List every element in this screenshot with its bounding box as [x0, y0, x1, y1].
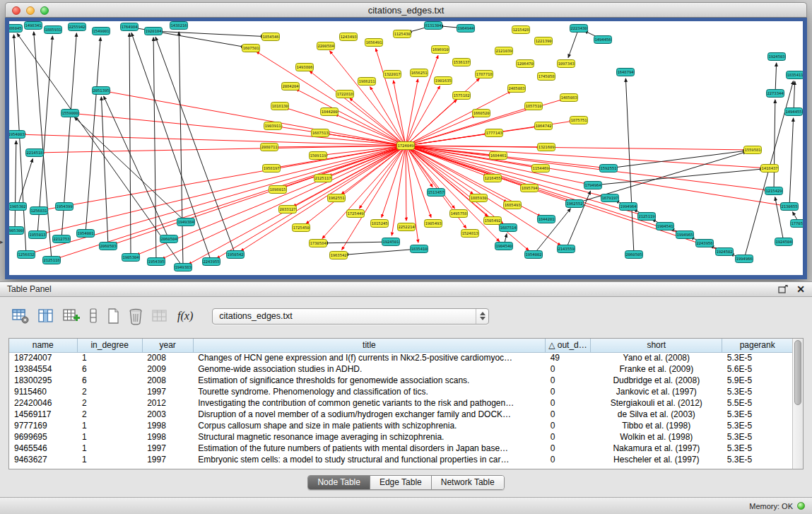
graph-node[interactable]: 2243956 — [696, 240, 714, 247]
graph-node[interactable]: 1885931 — [45, 26, 62, 34]
zoom-window-button[interactable] — [40, 6, 49, 15]
graph-node[interactable]: 2060505 — [625, 251, 643, 259]
graph-edge[interactable] — [179, 32, 183, 267]
graph-node[interactable]: 2033127 — [279, 206, 297, 214]
graph-node[interactable]: 2143559 — [558, 245, 575, 253]
table-cell[interactable]: 9463627 — [9, 454, 77, 465]
graph-node[interactable]: 1924503 — [768, 53, 786, 61]
column-header-0[interactable]: name — [9, 339, 77, 352]
graph-edge[interactable] — [44, 146, 406, 233]
graph-edge[interactable] — [406, 146, 640, 214]
table-cell[interactable]: Yano et al. (2008) — [591, 352, 722, 363]
graph-node[interactable]: 1844200 — [321, 108, 339, 116]
float-panel-icon[interactable] — [778, 285, 788, 293]
graph-node[interactable]: 1924504 — [775, 238, 793, 246]
graph-node[interactable]: 1994964 — [620, 203, 637, 211]
graph-edge[interactable] — [114, 146, 406, 244]
graph-node[interactable]: 1656491 — [365, 39, 383, 47]
table-cell[interactable]: Structural magnetic resonance image aver… — [193, 431, 545, 443]
table-cell[interactable]: 0 — [546, 409, 591, 420]
graph-node[interactable]: 1954399 — [56, 203, 73, 211]
import-table-button[interactable] — [106, 306, 120, 326]
function-builder-button[interactable]: f(x) — [176, 306, 194, 326]
graph-node[interactable]: 1256831 — [30, 207, 48, 215]
graph-edge[interactable] — [406, 146, 406, 221]
table-cell[interactable]: 1997 — [142, 386, 193, 397]
close-panel-icon[interactable]: ✕ — [796, 284, 805, 294]
table-row[interactable]: 946362711997Embryonic stem cells: a mode… — [9, 454, 792, 465]
table-cell[interactable]: Franke et al. (2009) — [591, 363, 722, 375]
row-options-button[interactable] — [88, 306, 98, 326]
graph-node[interactable]: 1575182 — [453, 92, 471, 100]
graph-node[interactable]: 1954002 — [525, 251, 543, 259]
table-row[interactable]: 1938455462009Genome-wide association stu… — [9, 363, 792, 375]
table-disabled-button[interactable] — [151, 306, 168, 326]
graph-node[interactable]: 1954395 — [148, 258, 165, 266]
table-cell[interactable]: Estimation of significance thresholds fo… — [193, 375, 545, 386]
table-cell[interactable]: Tibbo et al. (1998) — [591, 420, 722, 431]
table-cell[interactable]: 2012 — [142, 397, 193, 409]
graph-node[interactable]: 1815245 — [371, 220, 389, 228]
table-cell[interactable]: Corpus callosum shape and size in male p… — [193, 420, 545, 431]
graph-node[interactable]: 2084204 — [282, 83, 300, 90]
graph-node[interactable]: 1125430 — [394, 30, 411, 38]
table-cell[interactable]: 9777169 — [9, 420, 77, 431]
graph-node[interactable]: 2273344 — [767, 90, 784, 98]
graph-edge[interactable] — [155, 37, 235, 255]
graph-edge[interactable] — [86, 37, 100, 233]
table-cell[interactable]: 18724007 — [9, 352, 77, 363]
graph-node[interactable]: 1955013 — [29, 231, 47, 239]
graph-node[interactable]: 2125117 — [314, 175, 332, 182]
network-graph[interactable]: 1724049157518216605201777143168446112164… — [9, 21, 803, 275]
table-cell[interactable]: Embryonic stem cells: a model to study s… — [193, 454, 545, 465]
graph-node[interactable]: 1818130 — [271, 103, 289, 110]
graph-node[interactable]: 1794964 — [584, 182, 602, 189]
tab-network-table[interactable]: Network Table — [432, 476, 504, 489]
table-cell[interactable]: 1997 — [142, 454, 193, 465]
graph-node[interactable]: 1064742 — [535, 122, 553, 130]
network-canvas[interactable]: 1724049157518216605201777143168446112164… — [5, 18, 807, 279]
table-cell[interactable]: Estimation of the future numbers of pati… — [193, 443, 545, 454]
table-cell[interactable]: 14569117 — [9, 409, 77, 420]
graph-node[interactable]: 1696910 — [432, 46, 449, 54]
graph-edge[interactable] — [324, 242, 391, 243]
graph-node[interactable]: 1857510 — [525, 103, 543, 110]
graph-node[interactable]: 1509119 — [310, 152, 327, 160]
graph-node[interactable]: 1684461 — [490, 152, 507, 160]
table-cell[interactable]: 1 — [77, 420, 142, 431]
graph-node[interactable]: 1559000 — [61, 110, 79, 117]
graph-edge[interactable] — [406, 78, 479, 146]
graph-edge[interactable] — [568, 28, 579, 58]
table-cell[interactable]: 2003 — [142, 409, 193, 420]
table-cell[interactable]: Hescheler et al. (1997) — [591, 454, 722, 465]
graph-node[interactable]: 2060504 — [160, 235, 178, 243]
delete-column-button[interactable] — [128, 306, 143, 326]
tab-edge-table[interactable]: Edge Table — [370, 476, 432, 489]
table-row[interactable]: 969969511998Structural magnetic resonanc… — [9, 431, 792, 443]
table-cell[interactable]: Investigating the contribution of common… — [193, 397, 545, 409]
table-cell[interactable]: 0 — [546, 397, 591, 409]
column-header-2[interactable]: year — [142, 339, 193, 352]
table-cell[interactable]: 6 — [77, 363, 142, 375]
graph-node[interactable]: 1485083 — [560, 94, 578, 102]
table-cell[interactable]: 2008 — [142, 352, 193, 363]
graph-node[interactable]: 1904541 — [657, 223, 674, 230]
graph-node[interactable]: 1954001 — [77, 230, 95, 238]
graph-node[interactable]: 2252214 — [398, 223, 416, 231]
table-cell[interactable]: 0 — [546, 363, 591, 375]
graph-node[interactable]: 1418437 — [761, 165, 779, 173]
table-scrollbar[interactable] — [792, 339, 803, 469]
column-header-4[interactable]: △ out_de... — [546, 339, 591, 352]
table-row[interactable]: 946554611997Estimation of the future num… — [9, 443, 792, 454]
graph-node[interactable]: 2125119 — [638, 213, 656, 221]
graph-node[interactable]: 1724049 — [397, 142, 415, 150]
graph-node[interactable]: 1835411 — [787, 71, 804, 79]
table-cell[interactable]: 5.3E-5 — [722, 386, 792, 397]
graph-edge[interactable] — [101, 97, 108, 246]
graph-node[interactable]: 1321609 — [538, 144, 555, 151]
table-cell[interactable]: Genome-wide association studies in ADHD. — [193, 363, 545, 375]
graph-node[interactable]: 1895794 — [521, 185, 539, 192]
show-hide-columns-button[interactable] — [37, 306, 54, 326]
graph-node[interactable]: 1097343 — [558, 60, 575, 68]
graph-node[interactable]: 1844201 — [538, 216, 555, 223]
